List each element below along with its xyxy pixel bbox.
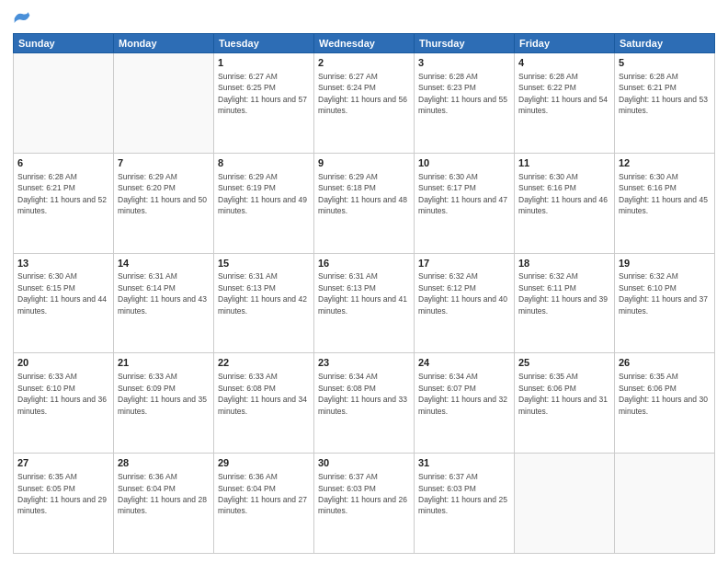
day-number: 28 (118, 456, 210, 470)
calendar-cell: 6Sunrise: 6:28 AM Sunset: 6:21 PM Daylig… (14, 153, 114, 253)
day-info: Sunrise: 6:33 AM Sunset: 6:10 PM Dayligh… (17, 372, 107, 415)
day-info: Sunrise: 6:30 AM Sunset: 6:16 PM Dayligh… (619, 172, 708, 215)
day-number: 19 (619, 257, 711, 270)
day-info: Sunrise: 6:34 AM Sunset: 6:07 PM Dayligh… (418, 372, 507, 415)
calendar-cell: 23Sunrise: 6:34 AM Sunset: 6:08 PM Dayli… (314, 353, 415, 454)
day-info: Sunrise: 6:36 AM Sunset: 6:04 PM Dayligh… (118, 472, 207, 515)
calendar-body: 1Sunrise: 6:27 AM Sunset: 6:25 PM Daylig… (14, 53, 715, 554)
logo-area (13, 9, 33, 28)
day-number: 9 (318, 156, 410, 170)
day-info: Sunrise: 6:28 AM Sunset: 6:21 PM Dayligh… (619, 72, 708, 115)
calendar-cell: 27Sunrise: 6:35 AM Sunset: 6:05 PM Dayli… (14, 454, 114, 554)
day-number: 11 (518, 156, 610, 170)
day-info: Sunrise: 6:28 AM Sunset: 6:22 PM Dayligh… (518, 72, 608, 115)
day-number: 10 (418, 156, 510, 170)
day-info: Sunrise: 6:27 AM Sunset: 6:24 PM Dayligh… (318, 72, 407, 115)
calendar-cell: 4Sunrise: 6:28 AM Sunset: 6:22 PM Daylig… (515, 53, 615, 154)
day-number: 5 (619, 56, 711, 70)
day-number: 6 (17, 156, 109, 170)
calendar-week-3: 13Sunrise: 6:30 AM Sunset: 6:15 PM Dayli… (14, 253, 715, 353)
calendar-cell: 25Sunrise: 6:35 AM Sunset: 6:06 PM Dayli… (515, 353, 615, 454)
day-info: Sunrise: 6:29 AM Sunset: 6:20 PM Dayligh… (118, 172, 207, 215)
calendar-cell: 22Sunrise: 6:33 AM Sunset: 6:08 PM Dayli… (214, 353, 314, 454)
day-info: Sunrise: 6:37 AM Sunset: 6:03 PM Dayligh… (418, 472, 507, 515)
calendar-cell: 14Sunrise: 6:31 AM Sunset: 6:14 PM Dayli… (114, 253, 214, 353)
calendar-cell (615, 454, 715, 554)
header (13, 9, 715, 28)
day-info: Sunrise: 6:35 AM Sunset: 6:06 PM Dayligh… (518, 372, 608, 415)
page: SundayMondayTuesdayWednesdayThursdayFrid… (0, 0, 728, 563)
calendar-cell: 12Sunrise: 6:30 AM Sunset: 6:16 PM Dayli… (615, 153, 715, 253)
calendar-cell: 16Sunrise: 6:31 AM Sunset: 6:13 PM Dayli… (314, 253, 415, 353)
calendar-week-1: 1Sunrise: 6:27 AM Sunset: 6:25 PM Daylig… (14, 53, 715, 154)
weekday-row: SundayMondayTuesdayWednesdayThursdayFrid… (14, 34, 715, 53)
calendar-cell (14, 53, 114, 154)
day-number: 1 (218, 56, 310, 70)
day-info: Sunrise: 6:37 AM Sunset: 6:03 PM Dayligh… (318, 472, 407, 515)
day-number: 13 (17, 257, 109, 270)
day-info: Sunrise: 6:29 AM Sunset: 6:18 PM Dayligh… (318, 172, 407, 215)
calendar-cell: 11Sunrise: 6:30 AM Sunset: 6:16 PM Dayli… (515, 153, 615, 253)
day-number: 27 (17, 456, 109, 470)
calendar-cell: 20Sunrise: 6:33 AM Sunset: 6:10 PM Dayli… (14, 353, 114, 454)
calendar-cell: 7Sunrise: 6:29 AM Sunset: 6:20 PM Daylig… (114, 153, 214, 253)
day-number: 8 (218, 156, 310, 170)
day-info: Sunrise: 6:30 AM Sunset: 6:15 PM Dayligh… (17, 271, 107, 315)
calendar-week-5: 27Sunrise: 6:35 AM Sunset: 6:05 PM Dayli… (14, 454, 715, 554)
day-info: Sunrise: 6:31 AM Sunset: 6:13 PM Dayligh… (318, 271, 407, 315)
day-info: Sunrise: 6:28 AM Sunset: 6:23 PM Dayligh… (418, 72, 507, 115)
day-info: Sunrise: 6:34 AM Sunset: 6:08 PM Dayligh… (318, 372, 407, 415)
day-number: 3 (418, 56, 510, 70)
weekday-header-tuesday: Tuesday (214, 34, 314, 53)
day-info: Sunrise: 6:35 AM Sunset: 6:06 PM Dayligh… (619, 372, 708, 415)
calendar-cell: 28Sunrise: 6:36 AM Sunset: 6:04 PM Dayli… (114, 454, 214, 554)
day-info: Sunrise: 6:30 AM Sunset: 6:17 PM Dayligh… (418, 172, 507, 215)
day-info: Sunrise: 6:31 AM Sunset: 6:14 PM Dayligh… (118, 271, 207, 315)
calendar-cell: 31Sunrise: 6:37 AM Sunset: 6:03 PM Dayli… (415, 454, 515, 554)
day-info: Sunrise: 6:28 AM Sunset: 6:21 PM Dayligh… (17, 172, 107, 215)
day-number: 15 (218, 257, 310, 270)
calendar-cell: 1Sunrise: 6:27 AM Sunset: 6:25 PM Daylig… (214, 53, 314, 154)
calendar-table: SundayMondayTuesdayWednesdayThursdayFrid… (13, 33, 715, 554)
day-number: 16 (318, 257, 410, 270)
logo-icon (13, 9, 31, 28)
day-info: Sunrise: 6:32 AM Sunset: 6:10 PM Dayligh… (619, 271, 708, 315)
calendar-cell: 13Sunrise: 6:30 AM Sunset: 6:15 PM Dayli… (14, 253, 114, 353)
calendar-cell: 2Sunrise: 6:27 AM Sunset: 6:24 PM Daylig… (314, 53, 415, 154)
day-number: 18 (518, 257, 610, 270)
day-number: 14 (118, 257, 210, 270)
weekday-header-wednesday: Wednesday (314, 34, 415, 53)
day-number: 26 (619, 356, 711, 370)
day-number: 29 (218, 456, 310, 470)
day-number: 2 (318, 56, 410, 70)
calendar-header: SundayMondayTuesdayWednesdayThursdayFrid… (14, 34, 715, 53)
day-info: Sunrise: 6:30 AM Sunset: 6:16 PM Dayligh… (518, 172, 608, 215)
logo (13, 9, 33, 28)
calendar-cell: 9Sunrise: 6:29 AM Sunset: 6:18 PM Daylig… (314, 153, 415, 253)
day-number: 25 (518, 356, 610, 370)
day-number: 17 (418, 257, 510, 270)
weekday-header-saturday: Saturday (615, 34, 715, 53)
day-number: 20 (17, 356, 109, 370)
day-info: Sunrise: 6:29 AM Sunset: 6:19 PM Dayligh… (218, 172, 307, 215)
day-info: Sunrise: 6:36 AM Sunset: 6:04 PM Dayligh… (218, 472, 307, 515)
calendar-cell: 29Sunrise: 6:36 AM Sunset: 6:04 PM Dayli… (214, 454, 314, 554)
day-info: Sunrise: 6:32 AM Sunset: 6:11 PM Dayligh… (518, 271, 608, 315)
day-info: Sunrise: 6:27 AM Sunset: 6:25 PM Dayligh… (218, 72, 307, 115)
calendar-cell: 3Sunrise: 6:28 AM Sunset: 6:23 PM Daylig… (415, 53, 515, 154)
day-number: 21 (118, 356, 210, 370)
day-number: 22 (218, 356, 310, 370)
calendar-cell: 18Sunrise: 6:32 AM Sunset: 6:11 PM Dayli… (515, 253, 615, 353)
calendar-cell: 24Sunrise: 6:34 AM Sunset: 6:07 PM Dayli… (415, 353, 515, 454)
day-number: 12 (619, 156, 711, 170)
day-number: 24 (418, 356, 510, 370)
calendar-cell: 30Sunrise: 6:37 AM Sunset: 6:03 PM Dayli… (314, 454, 415, 554)
calendar-cell: 26Sunrise: 6:35 AM Sunset: 6:06 PM Dayli… (615, 353, 715, 454)
day-info: Sunrise: 6:33 AM Sunset: 6:09 PM Dayligh… (118, 372, 207, 415)
calendar-cell: 10Sunrise: 6:30 AM Sunset: 6:17 PM Dayli… (415, 153, 515, 253)
calendar-week-4: 20Sunrise: 6:33 AM Sunset: 6:10 PM Dayli… (14, 353, 715, 454)
calendar-cell: 17Sunrise: 6:32 AM Sunset: 6:12 PM Dayli… (415, 253, 515, 353)
day-info: Sunrise: 6:32 AM Sunset: 6:12 PM Dayligh… (418, 271, 507, 315)
day-number: 7 (118, 156, 210, 170)
day-info: Sunrise: 6:33 AM Sunset: 6:08 PM Dayligh… (218, 372, 307, 415)
